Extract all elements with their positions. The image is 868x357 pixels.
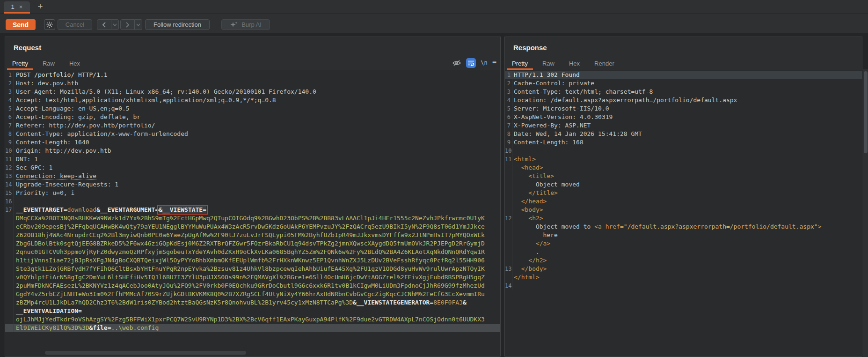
editor-row[interactable]: 4Location: /default.aspx?aspxerrorpath=/… — [505, 96, 862, 104]
history-back-button[interactable] — [97, 19, 111, 30]
editor-row[interactable]: 8Content-Type: application/x-www-form-ur… — [5, 130, 500, 138]
editor-row[interactable]: Ste3gtk1LZojGRBfydH7fYFIhO6CltBsxbYHtFnu… — [5, 265, 500, 273]
code-line: Location: /default.aspx?aspxerrorpath=/p… — [514, 96, 862, 104]
editor-row[interactable]: GgdY4vZ5rbEZjLNHTeWo3Im0%2FfhPMMcAf70S9r… — [5, 290, 500, 298]
editor-row[interactable]: 9Content-Length: 168 — [505, 138, 862, 147]
editor-row[interactable]: 2Host: dev.pov.htb — [5, 79, 500, 88]
editor-row[interactable]: 14 — [505, 282, 862, 290]
editor-row[interactable]: 17__EVENTTARGET=download&__EVENTARGUMENT… — [5, 206, 500, 214]
editor-row[interactable]: here — [505, 231, 862, 239]
response-tab-hex[interactable]: Hex — [564, 58, 585, 70]
editor-row[interactable]: 2puMmFDkNCFAEsezL%2BKNYVz1z4qACebJoo0Aty… — [5, 282, 500, 290]
line-number — [505, 189, 512, 197]
editor-row[interactable]: <head> — [505, 164, 862, 172]
show-nonprintable-eye-icon[interactable] — [452, 60, 461, 67]
editor-row[interactable]: v0QYblptFiArN58gTgC2DmYuL6ltSHFfiHv5IQ1l… — [5, 273, 500, 282]
editor-row[interactable]: </title> — [505, 189, 862, 197]
editor-row[interactable]: <title> — [505, 172, 862, 180]
editor-row[interactable]: 15Priority: u=0, i — [5, 189, 500, 197]
code-line: Connection: keep-alive — [16, 172, 500, 180]
repeater-tab-1[interactable]: 1 × — [4, 1, 30, 14]
send-settings-gear-button[interactable] — [44, 19, 55, 30]
line-number: 7 — [505, 121, 512, 130]
line-number: 13 — [5, 172, 14, 180]
line-number: 3 — [505, 88, 512, 96]
request-tab-pretty[interactable]: Pretty — [7, 58, 33, 70]
editor-row[interactable]: 13 </body> — [505, 265, 862, 273]
editor-row[interactable]: </a> — [505, 239, 862, 248]
send-button[interactable]: Send — [6, 19, 36, 30]
request-tab-hex[interactable]: Hex — [64, 58, 85, 70]
editor-row[interactable]: 11<html> — [505, 155, 862, 164]
history-forward-button[interactable] — [120, 19, 135, 30]
editor-row[interactable]: 6Accept-Encoding: gzip, deflate, br — [5, 113, 500, 121]
editor-row[interactable]: Object moved — [505, 180, 862, 189]
editor-row[interactable]: zBZMp4rcU1LJkDLa7hQD2Chz3T6%2BdW1ris0ZYB… — [5, 298, 500, 307]
request-horizontal-scrollbar[interactable] — [5, 350, 500, 355]
editor-row[interactable]: 9Content-Length: 1640 — [5, 138, 500, 147]
burp-ai-button[interactable]: Burp AI — [221, 19, 270, 30]
editor-row[interactable]: 8Date: Wed, 14 Jan 2026 15:41:28 GMT — [505, 130, 862, 138]
editor-row[interactable]: 1POST /portfolio/ HTTP/1.1 — [5, 71, 500, 79]
code-line: h1tijVnnsIiae72jBJpRsXFgJN4gBoCXQBTQeixj… — [16, 256, 500, 265]
code-line: Sec-GPC: 1 — [16, 164, 500, 172]
editor-row[interactable]: 1HTTP/1.1 302 Found — [505, 71, 862, 79]
editor-row[interactable]: Object moved to <a href="/default.aspx?a… — [505, 223, 862, 231]
response-tab-render[interactable]: Render — [589, 58, 620, 70]
editor-row[interactable]: 2Cache-Control: private — [505, 79, 862, 88]
editor-row[interactable]: __EVENTVALIDATION= — [5, 307, 500, 315]
editor-row[interactable]: 16 — [5, 197, 500, 206]
editor-row[interactable]: 7Referer: http://dev.pov.htb/portfolio/ — [5, 121, 500, 130]
code-line: v0QYblptFiArN58gTgC2DmYuL6ltSHFfiHv5IQ1l… — [16, 273, 500, 282]
scrollbar-thumb[interactable] — [864, 71, 868, 153]
new-tab-button[interactable]: + — [35, 1, 46, 12]
word-wrap-icon[interactable] — [466, 58, 476, 68]
newline-icon[interactable]: \n — [481, 60, 487, 66]
editor-row[interactable]: 11DNT: 1 — [5, 155, 500, 164]
editor-row[interactable]: Zbg6LDBolBtk0sgtQjEEG8BZRkeD5%2F6wx46ziG… — [5, 239, 500, 248]
code-line: </head> — [514, 197, 862, 206]
editor-row[interactable]: . — [505, 248, 862, 256]
editor-row[interactable]: 10Origin: http://dev.pov.htb — [5, 147, 500, 155]
response-tab-pretty[interactable]: Pretty — [507, 58, 533, 70]
history-forward-dropdown[interactable] — [135, 19, 142, 30]
editor-row[interactable]: Z62OB18hj4WAc4NrupdrCEq2%2Bl3myiwQnb0PE0… — [5, 231, 500, 239]
editor-row[interactable]: 12Sec-GPC: 1 — [5, 164, 500, 172]
response-vertical-scrollbar[interactable] — [863, 69, 868, 357]
follow-redirection-button[interactable]: Follow redirection — [145, 19, 210, 30]
history-back-dropdown[interactable] — [111, 19, 119, 30]
editor-row[interactable]: 13Connection: keep-alive — [5, 172, 500, 180]
editor-row[interactable]: 4Accept: text/html,application/xhtml+xml… — [5, 96, 500, 104]
editor-row[interactable]: 12 <h2> — [505, 214, 862, 223]
response-tab-raw[interactable]: Raw — [537, 58, 560, 70]
editor-row[interactable]: 5Server: Microsoft-IIS/10.0 — [505, 104, 862, 113]
close-icon[interactable]: × — [19, 3, 23, 10]
editor-row[interactable]: DMqCCXa%2BOT3NQRsRHKKeW9NWzk1d7Yx%2BhS9m… — [5, 214, 500, 223]
editor-row[interactable]: h1tijVnnsIiae72jBJpRsXFgJN4gBoCXQBTQeixj… — [5, 256, 500, 265]
editor-row[interactable]: 14Upgrade-Insecure-Requests: 1 — [5, 180, 500, 189]
editor-row[interactable]: El9IWEiCKy8IlQ%3D%3D&file=..\web.config — [5, 324, 500, 332]
editor-row[interactable]: </h2> — [505, 256, 862, 265]
editor-row[interactable]: 2qnuc01GTCVUh3ppmoVjRyFZ0dwyzmoQzRPfxyjm… — [5, 248, 500, 256]
editor-row[interactable]: 6X-AspNet-Version: 4.0.30319 — [505, 113, 862, 121]
editor-row[interactable]: 5Accept-Language: en-US,en;q=0.5 — [5, 104, 500, 113]
editor-menu-icon[interactable]: ≡ — [492, 59, 496, 67]
code-line — [514, 147, 862, 155]
scrollbar-thumb[interactable] — [45, 351, 246, 355]
request-editor[interactable]: 1POST /portfolio/ HTTP/1.12Host: dev.pov… — [5, 70, 500, 356]
editor-row[interactable]: <body> — [505, 206, 862, 214]
editor-row[interactable]: </html> — [505, 273, 862, 282]
request-tab-raw[interactable]: Raw — [37, 58, 60, 70]
editor-row[interactable]: </head> — [505, 197, 862, 206]
response-editor[interactable]: 1HTTP/1.1 302 Found2Cache-Control: priva… — [505, 70, 862, 356]
code-line: X-Powered-By: ASP.NET — [514, 121, 862, 130]
line-number — [5, 290, 14, 298]
editor-row[interactable]: 7X-Powered-By: ASP.NET — [505, 121, 862, 130]
editor-row[interactable]: 3User-Agent: Mozilla/5.0 (X11; Linux x86… — [5, 88, 500, 96]
editor-row[interactable]: 3Content-Type: text/html; charset=utf-8 — [505, 88, 862, 96]
cancel-button[interactable]: Cancel — [58, 19, 92, 30]
editor-row[interactable]: 10 — [505, 147, 862, 155]
editor-row[interactable]: eCRbv209epesBj%2FFqbqUCAHwBK4wQty79aYEU1… — [5, 223, 500, 231]
tab-label: 1 — [11, 3, 15, 10]
editor-row[interactable]: ojLJhMJjYedTkdr9oVShAzgSY%2Fzg5BFFWiX1px… — [5, 315, 500, 324]
